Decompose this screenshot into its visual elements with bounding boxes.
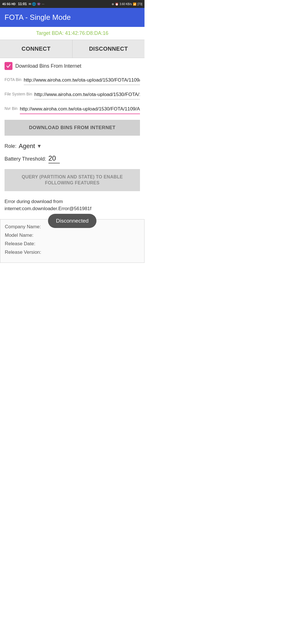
nvr-bin-row: Nvr Bin — [0, 103, 144, 118]
fota-bin-input[interactable] — [24, 76, 140, 85]
connect-disconnect-bar: CONNECT DISCONNECT — [0, 40, 144, 58]
filesystem-bin-label: File System Bin — [5, 91, 32, 96]
vpn-icon: 🌐 — [32, 2, 36, 6]
release-version-label: Release Version: — [5, 250, 41, 255]
release-version-row: Release Version: — [5, 250, 140, 255]
speed-display: 3.60 KB/s — [120, 3, 132, 6]
info-panel: Disconnected Company Name: Model Name: R… — [0, 219, 144, 263]
more-icon: ··· — [42, 2, 44, 6]
status-right: ⊛ ⏰ 3.60 KB/s 📶 [73] — [112, 3, 142, 6]
app-header: FOTA - Single Mode — [0, 8, 144, 27]
status-left: 4G 5G HD 11:01 ✉ 🌐 👾 ··· — [2, 2, 44, 6]
target-bda: Target BDA: 41:42:76:D8:DA:16 — [0, 27, 144, 40]
company-name-label: Company Name: — [5, 224, 41, 230]
role-row: Role: Agent ▼ — [0, 138, 144, 152]
wifi-icon: 📶 — [133, 3, 136, 6]
bluetooth-icon: ⊛ — [112, 3, 114, 6]
nvr-bin-input[interactable] — [20, 105, 140, 114]
checkbox-icon[interactable] — [5, 62, 12, 70]
query-button[interactable]: QUERY (PARTITION AND STATE) TO ENABLE FO… — [5, 169, 140, 191]
alarm-icon: ⏰ — [115, 3, 118, 6]
fota-bin-label: FOTA Bin — [5, 76, 22, 82]
checkbox-label: Download Bins From Internet — [15, 63, 81, 69]
download-bins-checkbox-row[interactable]: Download Bins From Internet — [0, 58, 144, 74]
time-display: 11:01 — [18, 2, 27, 6]
download-bins-button[interactable]: DOWNLOAD BINS FROM INTERNET — [5, 120, 140, 136]
battery-threshold-label: Battery Threshold: — [5, 156, 46, 162]
connect-button[interactable]: CONNECT — [0, 40, 73, 58]
battery-threshold-row: Battery Threshold: 20 — [0, 152, 144, 168]
battery-display: [73] — [137, 3, 142, 6]
dropdown-arrow-icon: ▼ — [37, 143, 42, 149]
filesystem-bin-input[interactable] — [34, 91, 140, 99]
app-title: FOTA - Single Mode — [5, 13, 140, 22]
face-icon: 👾 — [37, 2, 41, 6]
disconnected-toast: Disconnected — [48, 214, 96, 228]
role-label: Role: — [5, 143, 16, 149]
release-date-row: Release Date: — [5, 241, 140, 247]
fota-bin-row: FOTA Bin — [0, 74, 144, 88]
status-bar: 4G 5G HD 11:01 ✉ 🌐 👾 ··· ⊛ ⏰ 3.60 KB/s 📶… — [0, 0, 144, 8]
network-indicator: 4G 5G HD — [2, 3, 16, 6]
role-select[interactable]: Agent ▼ — [19, 142, 42, 150]
model-name-label: Model Name: — [5, 233, 33, 238]
filesystem-bin-row: File System Bin — [0, 88, 144, 103]
main-content: Target BDA: 41:42:76:D8:DA:16 CONNECT DI… — [0, 27, 144, 263]
role-value: Agent — [19, 142, 35, 150]
model-name-row: Model Name: — [5, 233, 140, 238]
release-date-label: Release Date: — [5, 241, 35, 247]
battery-threshold-value[interactable]: 20 — [48, 154, 60, 163]
nvr-bin-label: Nvr Bin — [5, 105, 18, 111]
disconnect-button[interactable]: DISCONNECT — [73, 40, 145, 58]
message-icon: ✉ — [29, 2, 31, 6]
